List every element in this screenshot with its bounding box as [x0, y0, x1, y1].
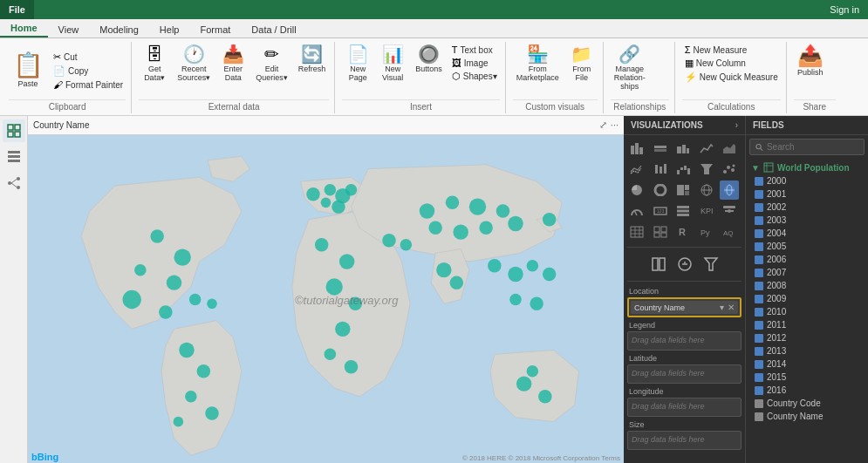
- viz-area-icon[interactable]: [720, 139, 739, 158]
- tab-home[interactable]: Home: [0, 20, 48, 37]
- new-visual-button[interactable]: 📊 NewVisual: [377, 44, 408, 84]
- filter-viz-icon[interactable]: [700, 253, 722, 276]
- field-2005[interactable]: 2005: [749, 240, 865, 253]
- viz-gauge-icon[interactable]: [627, 201, 646, 221]
- viz-100bar-icon[interactable]: [673, 139, 693, 158]
- viz-matrix-icon[interactable]: [651, 222, 670, 242]
- viz-line-clustered-icon[interactable]: [627, 160, 646, 179]
- field-2002[interactable]: 2002: [749, 201, 865, 214]
- longitude-content[interactable]: Drag data fields here: [627, 398, 742, 417]
- field-2004[interactable]: 2004: [749, 227, 865, 240]
- field-2012[interactable]: 2012: [749, 331, 865, 344]
- field-2003[interactable]: 2003: [749, 214, 865, 227]
- copy-button[interactable]: 📄 Copy: [51, 65, 126, 78]
- model-view-icon[interactable]: [3, 172, 25, 194]
- tab-view[interactable]: View: [48, 22, 90, 37]
- viz-line-icon[interactable]: [697, 139, 716, 158]
- recent-sources-button[interactable]: 🕐 RecentSources▾: [174, 44, 214, 84]
- field-2007[interactable]: 2007: [749, 266, 865, 279]
- shapes-button[interactable]: ⬡ Shapes▾: [449, 70, 500, 83]
- enter-data-button[interactable]: 📥 EnterData: [217, 44, 249, 84]
- new-page-button[interactable]: 📄 NewPage: [342, 44, 373, 84]
- image-icon: 🖼: [452, 58, 461, 68]
- format-icon[interactable]: [647, 253, 670, 276]
- data-view-icon[interactable]: [3, 146, 25, 168]
- viz-card-icon[interactable]: 123: [651, 201, 670, 221]
- viz-kpi-icon[interactable]: KPI: [697, 201, 716, 221]
- viz-python-icon[interactable]: Py: [697, 222, 716, 242]
- report-view-icon[interactable]: [3, 119, 25, 142]
- field-2015[interactable]: 2015: [749, 371, 865, 384]
- svg-marker-69: [723, 144, 735, 153]
- new-column-button[interactable]: ▦ New Column: [682, 57, 781, 70]
- search-input[interactable]: [767, 142, 858, 152]
- text-box-button[interactable]: T Text box: [449, 44, 500, 56]
- field-2008[interactable]: 2008: [749, 279, 865, 292]
- location-field-well: Location Country Name ▾ ✕: [627, 287, 742, 317]
- field-2016[interactable]: 2016: [749, 384, 865, 397]
- latitude-content[interactable]: Drag data fields here: [627, 364, 742, 384]
- viz-table-icon[interactable]: [627, 222, 646, 242]
- viz-treemap-icon[interactable]: [673, 180, 693, 200]
- viz-map-icon[interactable]: [697, 180, 716, 200]
- viz-stacked-bar-icon[interactable]: [651, 139, 670, 158]
- field-country-name[interactable]: Country Name: [749, 410, 865, 423]
- bing-logo: bBing: [31, 452, 58, 462]
- signin-button[interactable]: Sign in: [821, 2, 868, 17]
- size-content[interactable]: Drag data fields here: [627, 431, 742, 450]
- viz-filled-map-icon[interactable]: [720, 180, 739, 200]
- external-data-group: 🗄 GetData▾ 🕐 RecentSources▾ 📥 EnterData …: [133, 42, 335, 113]
- file-menu[interactable]: File: [0, 0, 34, 19]
- field-country-code[interactable]: Country Code: [749, 397, 865, 410]
- viz-donut-icon[interactable]: [651, 180, 670, 200]
- field-2013[interactable]: 2013: [749, 344, 865, 357]
- field-2006[interactable]: 2006: [749, 253, 865, 266]
- format-painter-button[interactable]: 🖌 Format Painter: [51, 78, 126, 91]
- viz-ribbon-icon[interactable]: [651, 160, 670, 179]
- buttons-button[interactable]: 🔘 Buttons: [412, 44, 446, 75]
- country-name-chip-x[interactable]: ✕: [728, 303, 735, 312]
- tab-data-drill[interactable]: Data / Drill: [241, 22, 306, 37]
- world-population-header[interactable]: ▼ World Population: [749, 160, 865, 174]
- new-measure-button[interactable]: Σ New Measure: [682, 44, 781, 56]
- viz-bar-icon[interactable]: [627, 139, 646, 158]
- field-2009[interactable]: 2009: [749, 292, 865, 305]
- field-2014[interactable]: 2014: [749, 357, 865, 371]
- edit-queries-button[interactable]: ✏ EditQueries▾: [252, 44, 291, 84]
- viz-slicer-icon[interactable]: [720, 201, 739, 221]
- analytics-icon[interactable]: [673, 253, 696, 276]
- legend-content[interactable]: Drag data fields here: [627, 331, 742, 351]
- tab-format[interactable]: Format: [189, 22, 241, 37]
- viz-waterfall-icon[interactable]: [673, 160, 693, 179]
- from-marketplace-button[interactable]: 🏪 FromMarketplace: [513, 44, 563, 84]
- cut-button[interactable]: ✂ Cut: [51, 51, 126, 64]
- get-data-button[interactable]: 🗄 GetData▾: [139, 44, 170, 84]
- publish-button[interactable]: 📤 Publish: [794, 44, 827, 78]
- viz-custom-icon[interactable]: AQ: [720, 222, 739, 242]
- paste-button[interactable]: 📋 Paste: [9, 44, 47, 98]
- field-2000[interactable]: 2000: [749, 174, 865, 187]
- world-population-table: ▼ World Population 2000 2001: [749, 160, 865, 423]
- fields-search-box[interactable]: [749, 139, 865, 155]
- edit-queries-label: EditQueries▾: [256, 65, 288, 82]
- field-2010[interactable]: 2010: [749, 305, 865, 318]
- expand-icon[interactable]: ⤢: [599, 119, 607, 131]
- field-2001[interactable]: 2001: [749, 187, 865, 201]
- viz-r-icon[interactable]: R: [673, 222, 693, 242]
- viz-panel-arrow[interactable]: ›: [735, 120, 738, 130]
- country-name-chip-remove[interactable]: ▾: [720, 303, 724, 312]
- more-options-icon[interactable]: ···: [611, 119, 619, 131]
- field-2011[interactable]: 2011: [749, 318, 865, 331]
- viz-multi-row-card-icon[interactable]: [673, 201, 693, 221]
- refresh-button[interactable]: 🔄 Refresh: [295, 44, 330, 75]
- manage-relationships-button[interactable]: 🔗 ManageRelation-ships: [611, 44, 649, 92]
- new-quick-measure-button[interactable]: ⚡ New Quick Measure: [682, 71, 781, 84]
- tab-help[interactable]: Help: [149, 22, 190, 37]
- tab-modeling[interactable]: Modeling: [89, 22, 149, 37]
- image-button[interactable]: 🖼 Image: [449, 57, 500, 69]
- viz-funnel-icon[interactable]: [697, 160, 716, 179]
- viz-pie-icon[interactable]: [627, 180, 646, 200]
- from-file-button[interactable]: 📁 FromFile: [566, 44, 598, 84]
- location-content[interactable]: Country Name ▾ ✕: [627, 297, 742, 317]
- viz-scatter-icon[interactable]: [720, 160, 739, 179]
